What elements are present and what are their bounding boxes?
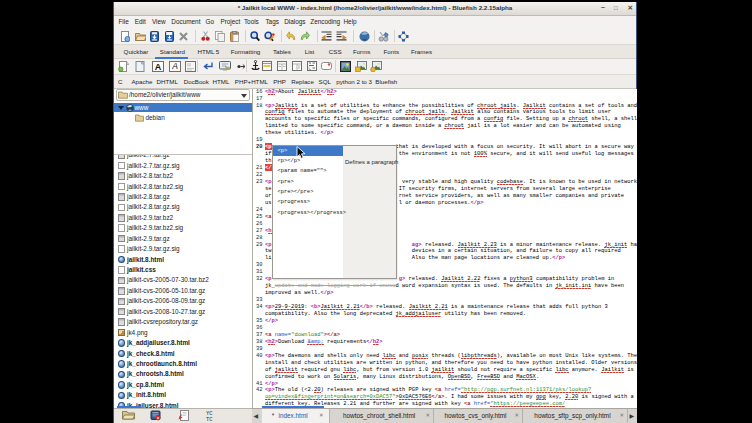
svg-text:A: A [154,61,161,71]
svg-text:TC: TC [206,415,213,421]
svg-text:A: A [171,61,178,71]
